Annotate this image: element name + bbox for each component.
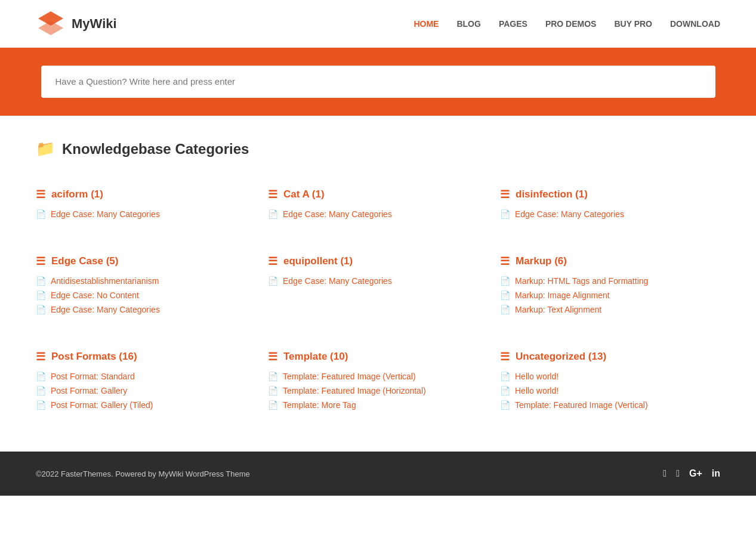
linkedin-link[interactable]: in [712,468,720,479]
category-items-equipollent: 📄Edge Case: Many Categories [268,276,488,286]
list-item: 📄Edge Case: No Content [36,290,256,300]
list-item: 📄Markup: Text Alignment [500,305,720,314]
logo-text: MyWiki [72,16,117,32]
list-item: 📄Post Format: Gallery (Tiled) [36,400,256,410]
category-items-markup: 📄Markup: HTML Tags and Formatting📄Markup… [500,276,720,314]
list-item: 📄Template: Featured Image (Vertical) [268,372,488,381]
list-icon: ☰ [36,350,45,363]
list-icon: ☰ [36,188,45,201]
logo[interactable]: MyWiki [36,9,117,39]
item-link[interactable]: Template: Featured Image (Horizontal) [283,386,426,395]
category-title-template: ☰Template (10) [268,350,488,363]
doc-icon: 📄 [268,386,278,395]
nav-item-blog[interactable]: BLOG [456,19,480,29]
googleplus-link[interactable]: G+ [689,468,702,479]
item-link[interactable]: Markup: Text Alignment [515,305,601,314]
category-block-cat-a: ☰Cat A (1)📄Edge Case: Many Categories [268,182,488,225]
item-link[interactable]: Post Format: Gallery (Tiled) [51,400,153,410]
category-title-link-cat-a[interactable]: Cat A (1) [283,188,325,200]
item-link[interactable]: Post Format: Standard [51,372,135,381]
item-link[interactable]: Hello world! [515,372,558,381]
category-items-disinfection: 📄Edge Case: Many Categories [500,209,720,219]
list-icon: ☰ [268,255,277,268]
category-block-equipollent: ☰equipollent (1)📄Edge Case: Many Categor… [268,249,488,320]
category-title-link-post-formats[interactable]: Post Formats (16) [51,351,137,363]
doc-icon: 📄 [36,400,46,410]
item-link[interactable]: Template: More Tag [283,400,356,410]
list-item: 📄Edge Case: Many Categories [36,209,256,219]
nav-item-buy-pro[interactable]: BUY PRO [614,19,652,29]
category-title-uncategorized: ☰Uncategorized (13) [500,350,720,363]
search-banner [0,48,756,116]
category-title-link-template[interactable]: Template (10) [283,351,348,363]
item-link[interactable]: Markup: HTML Tags and Formatting [515,276,648,286]
list-icon: ☰ [500,188,510,201]
logo-icon [36,9,66,39]
item-link[interactable]: Hello world! [515,386,558,395]
category-block-edge-case: ☰Edge Case (5)📄Antidisestablishmentarian… [36,249,256,320]
twitter-link[interactable]:  [676,468,680,479]
list-icon: ☰ [500,350,510,363]
item-link[interactable]: Edge Case: No Content [51,290,139,300]
list-item: 📄Template: Featured Image (Vertical) [500,400,720,410]
list-icon: ☰ [36,255,45,268]
list-item: 📄Post Format: Gallery [36,386,256,395]
item-link[interactable]: Template: Featured Image (Vertical) [515,400,648,410]
category-title-post-formats: ☰Post Formats (16) [36,350,256,363]
main-nav: HOMEBLOGPAGESPRO DEMOSBUY PRODOWNLOAD [414,19,720,29]
category-block-uncategorized: ☰Uncategorized (13)📄Hello world!📄Hello w… [500,344,720,416]
list-icon: ☰ [268,188,277,201]
list-item: 📄Post Format: Standard [36,372,256,381]
category-title-link-disinfection[interactable]: disinfection (1) [516,188,588,200]
category-title-link-edge-case[interactable]: Edge Case (5) [51,255,118,267]
category-title-link-equipollent[interactable]: equipollent (1) [283,255,353,267]
doc-icon: 📄 [500,386,510,395]
site-footer: ©2022 FasterThemes. Powered by MyWiki Wo… [0,452,756,496]
item-link[interactable]: Template: Featured Image (Vertical) [283,372,416,381]
list-icon: ☰ [268,350,277,363]
section-title: 📁 Knowledgebase Categories [36,140,720,158]
category-items-post-formats: 📄Post Format: Standard📄Post Format: Gall… [36,372,256,410]
list-item: 📄Template: Featured Image (Horizontal) [268,386,488,395]
item-link[interactable]: Post Format: Gallery [51,386,127,395]
category-title-link-aciform[interactable]: aciform (1) [51,188,103,200]
category-title-cat-a: ☰Cat A (1) [268,188,488,201]
doc-icon: 📄 [500,209,510,219]
list-item: 📄Hello world! [500,386,720,395]
doc-icon: 📄 [268,372,278,381]
list-item: 📄Markup: HTML Tags and Formatting [500,276,720,286]
search-box [41,66,715,98]
doc-icon: 📄 [268,209,278,219]
doc-icon: 📄 [36,372,46,381]
list-item: 📄Template: More Tag [268,400,488,410]
nav-item-pages[interactable]: PAGES [499,19,527,29]
doc-icon: 📄 [36,276,46,286]
category-title-equipollent: ☰equipollent (1) [268,255,488,268]
nav-item-home[interactable]: HOME [414,19,439,29]
item-link[interactable]: Edge Case: Many Categories [283,209,392,219]
list-item: 📄Antidisestablishmentarianism [36,276,256,286]
item-link[interactable]: Edge Case: Many Categories [51,305,160,314]
nav-item-download[interactable]: DOWNLOAD [670,19,720,29]
item-link[interactable]: Antidisestablishmentarianism [51,276,159,286]
svg-marker-1 [38,21,63,35]
footer-social:   G+ in [663,468,720,479]
doc-icon: 📄 [500,290,510,300]
list-item: 📄Edge Case: Many Categories [268,209,488,219]
facebook-link[interactable]:  [663,468,666,479]
list-item: 📄Hello world! [500,372,720,381]
item-link[interactable]: Markup: Image Alignment [515,290,610,300]
nav-item-pro-demos[interactable]: PRO DEMOS [545,19,597,29]
item-link[interactable]: Edge Case: Many Categories [283,276,392,286]
item-link[interactable]: Edge Case: Many Categories [51,209,160,219]
search-input[interactable] [55,76,701,86]
category-title-link-markup[interactable]: Markup (6) [516,255,567,267]
category-title-link-uncategorized[interactable]: Uncategorized (13) [516,351,606,363]
doc-icon: 📄 [36,209,46,219]
category-items-cat-a: 📄Edge Case: Many Categories [268,209,488,219]
doc-icon: 📄 [268,276,278,286]
doc-icon: 📄 [36,305,46,314]
category-title-edge-case: ☰Edge Case (5) [36,255,256,268]
item-link[interactable]: Edge Case: Many Categories [515,209,624,219]
category-block-disinfection: ☰disinfection (1)📄Edge Case: Many Catego… [500,182,720,225]
